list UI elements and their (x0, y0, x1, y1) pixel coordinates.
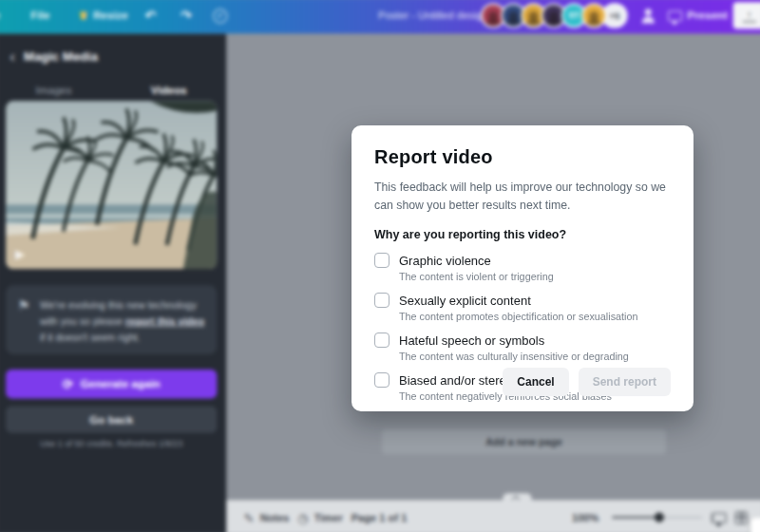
collaborator-avatars: ST +5 (485, 3, 627, 28)
grid-view-button[interactable] (735, 500, 748, 532)
redo-button[interactable]: ↷ (180, 0, 192, 34)
panel-header: ‹ Magic Media (0, 34, 226, 74)
checkbox[interactable] (374, 293, 390, 308)
fullscreen-icon (712, 512, 726, 522)
refresh-icon: ⟳ (63, 377, 73, 391)
person-plus-icon (641, 9, 656, 22)
option-label: Graphic violence (399, 254, 491, 268)
avatar-list: ST (485, 3, 606, 28)
dialog-footer: Cancel Send report (503, 368, 671, 396)
avatar[interactable] (581, 3, 606, 28)
top-bar: Home File ♛ Resize ↶ ↷ ✓ Poster - Untitl… (0, 0, 760, 34)
bottom-bar: ✎ Notes ◷ Timer Page 1 of 1 100% (226, 500, 760, 532)
cancel-button[interactable]: Cancel (503, 368, 568, 396)
chevron-up-icon (512, 496, 521, 504)
technology-notice-card: ⚑ We're evolving this new technology wit… (6, 285, 217, 354)
upload-icon: ↑ (743, 9, 756, 22)
notice-text: We're evolving this new technology with … (40, 297, 205, 341)
zoom-slider[interactable] (612, 517, 702, 519)
collapse-notch[interactable] (503, 493, 531, 501)
timer-button[interactable]: ◷ Timer (297, 500, 343, 532)
fullscreen-button[interactable] (712, 500, 726, 532)
panel-title: Magic Media (24, 49, 98, 64)
go-back-button[interactable]: Go back (6, 406, 217, 432)
option-sublabel: The content promotes objectification or … (399, 311, 671, 322)
option-sublabel: The content is violent or triggering (399, 271, 671, 282)
palm-beach-image (6, 101, 217, 269)
redo-icon: ↷ (180, 9, 192, 22)
generated-video-thumbnail[interactable]: ▶ (6, 101, 217, 269)
monitor-icon (668, 10, 682, 21)
dialog-description: This feedback will help us improve our t… (374, 179, 674, 215)
report-option[interactable]: Graphic violence The content is violent … (374, 253, 671, 282)
play-icon[interactable]: ▶ (15, 247, 25, 261)
page-indicator: Page 1 of 1 (352, 500, 408, 532)
notes-button[interactable]: ✎ Notes (244, 500, 290, 532)
zoom-slider-fill (612, 517, 657, 519)
grid-view-icon (735, 511, 748, 523)
option-label: Hateful speech or symbols (399, 333, 544, 348)
resize-button[interactable]: ♛ Resize (79, 0, 128, 34)
add-page-button[interactable]: Add a new page (382, 429, 666, 454)
share-button[interactable]: ↑ (733, 2, 760, 28)
send-report-button[interactable]: Send report (579, 368, 671, 396)
clock-icon: ◷ (297, 510, 308, 524)
report-option[interactable]: Hateful speech or symbols The content wa… (374, 332, 671, 362)
checkbox[interactable] (374, 253, 390, 268)
back-icon[interactable]: ‹ (10, 48, 15, 65)
document-title[interactable]: Poster - Untitled design (378, 0, 487, 34)
zoom-level: 100% (572, 500, 598, 532)
generate-again-button[interactable]: ⟳ Generate again (6, 370, 217, 398)
pencil-icon: ✎ (244, 510, 255, 524)
invite-members-button[interactable] (641, 0, 656, 34)
undo-button[interactable]: ↶ (145, 0, 157, 34)
checkbox[interactable] (374, 372, 390, 388)
app-root: Home File ♛ Resize ↶ ↷ ✓ Poster - Untitl… (0, 0, 760, 532)
option-sublabel: The content was culturally insensitive o… (399, 351, 671, 362)
zoom-slider-knob[interactable] (655, 513, 664, 522)
checkbox[interactable] (374, 332, 390, 348)
report-option[interactable]: Sexually explicit content The content pr… (374, 293, 671, 322)
report-video-dialog: Report video This feedback will help us … (352, 125, 694, 411)
save-status-button[interactable]: ✓ (213, 0, 227, 34)
credits-info: Use 1 of 50 credits. Refreshes 1/8/23 (0, 439, 226, 448)
dialog-title: Report video (374, 146, 671, 168)
magic-media-panel: ‹ Magic Media Images Videos (0, 34, 226, 532)
cloud-check-icon: ✓ (213, 9, 227, 23)
undo-icon: ↶ (145, 9, 157, 22)
help-button[interactable] (750, 518, 760, 532)
option-label: Sexually explicit content (399, 294, 531, 308)
dialog-question: Why are you reporting this video? (374, 228, 671, 241)
crown-icon: ♛ (79, 10, 88, 21)
report-this-video-link[interactable]: report this video (125, 315, 204, 327)
file-menu-button[interactable]: File (30, 0, 49, 34)
report-flag-icon: ⚑ (17, 297, 30, 341)
present-button[interactable]: Present (668, 0, 728, 34)
